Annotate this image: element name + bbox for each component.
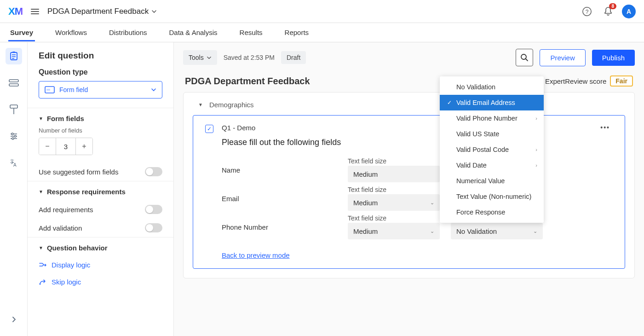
validation-option[interactable]: No Validation <box>440 79 544 95</box>
form-fields-section[interactable]: ▼ Form fields <box>39 108 162 127</box>
validation-option[interactable]: Valid Date› <box>440 157 544 173</box>
add-validation-label: Add validation <box>39 224 82 232</box>
field-size-select[interactable]: Medium <box>348 166 440 182</box>
svg-point-9 <box>12 138 14 139</box>
question-type-select[interactable]: Form field <box>39 81 162 98</box>
svg-point-8 <box>14 135 16 137</box>
validation-option[interactable]: Text Value (Non-numeric) <box>440 189 544 204</box>
validation-option-label: Numerical Value <box>456 177 505 185</box>
field-size-value: Medium <box>353 227 378 235</box>
project-name-dropdown[interactable]: PDGA Department Feedback <box>47 7 157 16</box>
stepper-plus[interactable]: + <box>76 138 92 155</box>
stepper-minus[interactable]: − <box>39 138 56 155</box>
field-name[interactable]: Name <box>222 166 337 174</box>
rail-expand-icon[interactable] <box>6 311 22 328</box>
chevron-down-icon: ⌄ <box>430 200 434 206</box>
tab-distributions[interactable]: Distributions <box>109 24 147 41</box>
validation-option[interactable]: Numerical Value <box>440 173 544 189</box>
field-size-select[interactable]: Medium ⌄ <box>348 194 440 211</box>
question-checkbox[interactable]: ✓ <box>205 125 213 133</box>
skip-logic-link[interactable]: Skip logic <box>39 273 162 290</box>
validation-option-label: Force Response <box>456 209 505 216</box>
number-of-fields-stepper: − 3 + <box>39 138 93 155</box>
search-button[interactable] <box>516 49 533 66</box>
svg-rect-5 <box>9 84 18 86</box>
triangle-down-icon: ▼ <box>39 189 43 194</box>
number-of-fields-label: Number of fields <box>39 127 162 134</box>
field-name[interactable]: Phone Number <box>222 223 337 231</box>
add-requirements-toggle[interactable] <box>145 205 162 214</box>
display-logic-link[interactable]: Display logic <box>39 256 162 273</box>
field-size-label: Text field size <box>348 157 440 166</box>
tab-results[interactable]: Results <box>240 24 263 41</box>
expert-review-score: Fair <box>610 75 633 87</box>
display-logic-label: Display logic <box>52 261 90 269</box>
tools-dropdown[interactable]: Tools <box>183 50 217 65</box>
question-more-menu[interactable]: ••• <box>600 124 613 131</box>
check-icon: ✓ <box>446 99 453 106</box>
use-suggested-toggle[interactable] <box>145 167 162 176</box>
field-size-label: Text field size <box>348 186 440 194</box>
project-name-text: PDGA Department Feedback <box>47 7 149 16</box>
main-tabs: Survey Workflows Distributions Data & An… <box>0 23 644 42</box>
validation-option-label: No Validation <box>456 83 495 91</box>
triangle-down-icon: ▼ <box>198 102 203 107</box>
validation-option[interactable]: ✓Valid Email Address <box>440 95 544 110</box>
chevron-down-icon <box>151 87 156 93</box>
avatar[interactable]: A <box>622 5 636 18</box>
expert-review-label: ExpertReview score <box>545 77 606 85</box>
chevron-right-icon: › <box>535 162 537 168</box>
tab-data-analysis[interactable]: Data & Analysis <box>169 24 217 41</box>
add-requirements-label: Add requirements <box>39 206 93 214</box>
field-size-value: Medium <box>353 170 378 178</box>
preview-button[interactable]: Preview <box>540 49 585 66</box>
validation-option[interactable]: Valid Postal Code› <box>440 142 544 157</box>
rail-options-icon[interactable] <box>6 128 22 145</box>
svg-rect-6 <box>10 105 17 108</box>
validation-option-label: Valid Postal Code <box>456 146 509 153</box>
notifications-icon[interactable]: 8 <box>601 4 615 19</box>
rail-builder-icon[interactable] <box>6 48 22 64</box>
tab-reports[interactable]: Reports <box>285 24 309 41</box>
question-id: Q1 - Demo <box>222 124 255 132</box>
add-validation-toggle[interactable] <box>145 223 162 232</box>
back-to-preview-link[interactable]: Back to preview mode <box>222 251 290 259</box>
field-name[interactable]: Email <box>222 195 337 203</box>
question-prompt[interactable]: Please fill out the following fields <box>222 138 613 147</box>
side-panel: Edit question Question type Form field ▼… <box>28 42 174 336</box>
form-field-icon <box>45 86 55 93</box>
validation-option[interactable]: Force Response <box>440 204 544 220</box>
question-behavior-section[interactable]: ▼ Question behavior <box>39 238 162 256</box>
validation-option[interactable]: Valid Phone Number› <box>440 110 544 126</box>
draft-chip: Draft <box>281 51 306 64</box>
chevron-down-icon: ⌄ <box>430 228 434 234</box>
response-requirements-section[interactable]: ▼ Response requirements <box>39 181 162 200</box>
rail-look-feel-icon[interactable] <box>6 101 22 118</box>
rail-translate-icon[interactable]: 文A <box>6 155 22 171</box>
expert-review[interactable]: ExpertReview score Fair <box>533 75 633 87</box>
validation-option[interactable]: Valid US State <box>440 126 544 142</box>
form-fields-label: Form fields <box>47 115 84 122</box>
field-size-label: Text field size <box>348 214 440 223</box>
skip-logic-label: Skip logic <box>52 278 81 286</box>
block-header[interactable]: ▼ Demographics <box>193 99 625 115</box>
tools-label: Tools <box>189 54 204 61</box>
notification-badge: 8 <box>609 3 616 9</box>
block-name: Demographics <box>209 101 254 109</box>
svg-rect-3 <box>12 52 15 53</box>
tab-survey[interactable]: Survey <box>10 24 33 41</box>
validation-option-label: Valid US State <box>456 130 499 138</box>
rail-flow-icon[interactable] <box>6 75 22 91</box>
triangle-down-icon: ▼ <box>39 116 43 121</box>
field-size-select[interactable]: Medium ⌄ <box>348 223 440 239</box>
saved-status: Saved at 2:53 PM <box>224 54 275 61</box>
field-validation-select[interactable]: No Validation ⌄ <box>451 223 543 239</box>
response-requirements-label: Response requirements <box>47 188 126 196</box>
tab-workflows[interactable]: Workflows <box>55 24 87 41</box>
validation-dropdown: No Validation✓Valid Email AddressValid P… <box>440 76 544 223</box>
menu-icon[interactable] <box>29 7 41 16</box>
help-icon[interactable]: ? <box>580 4 594 19</box>
publish-button[interactable]: Publish <box>592 50 635 66</box>
field-size-value: Medium <box>353 199 378 207</box>
canvas: Tools Saved at 2:53 PM Draft Preview Pub… <box>174 42 644 336</box>
